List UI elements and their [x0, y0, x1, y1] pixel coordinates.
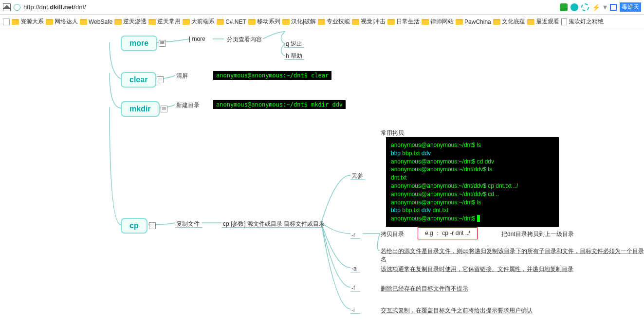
- cp-a-desc: 该选项通常在复制目录时使用，它保留链接、文件属性，并递归地复制目录: [381, 265, 573, 273]
- bookmark-menu-icon[interactable]: [3, 18, 10, 25]
- note-icon[interactable]: [149, 222, 156, 229]
- folder-icon: [456, 19, 463, 25]
- folder-icon: [422, 19, 429, 25]
- note-icon[interactable]: [157, 76, 164, 83]
- bookmark-item[interactable]: 逆天常用: [148, 18, 181, 26]
- bookmark-item[interactable]: 日常生活: [387, 18, 420, 26]
- bookmark-item[interactable]: PawChina: [456, 18, 491, 25]
- cp-r-desc: 若给出的源文件是目录文件，则cp将递归复制该目录下的所有子目录和文件，目标文件必…: [381, 247, 644, 264]
- cp-i-desc: 交互式复制，在覆盖目标文件之前将给出提示要求用户确认: [381, 307, 533, 315]
- clear-col1: 清屏: [176, 72, 188, 80]
- home-icon[interactable]: [3, 3, 11, 11]
- mindmap-canvas[interactable]: more | more 分页查看内容 q 退出 h 帮助 clear 清屏 an…: [0, 29, 644, 326]
- clear-terminal: anonymous@anonymous:~/dnt$ clear: [213, 71, 331, 80]
- folder-icon: [114, 19, 122, 25]
- more-col2: 分页查看内容: [227, 36, 262, 44]
- folder-icon: [12, 19, 19, 25]
- bookmark-item[interactable]: 网络达人: [46, 18, 78, 26]
- folder-icon: [80, 19, 87, 25]
- cp-i-flag: -i: [351, 307, 355, 313]
- cp-r-example: e.g ： cp -r dnt ../: [418, 227, 478, 239]
- note-icon[interactable]: [161, 106, 167, 112]
- folder-icon: [282, 19, 290, 25]
- bookmark-item[interactable]: 专业技能: [318, 18, 350, 26]
- bookmarks-bar: 资源大系 网络达人 WebSafe 逆天渗透 逆天常用 大前端系 C#.NET …: [0, 15, 644, 29]
- url-path: /dnt/: [74, 3, 86, 11]
- node-mkdir[interactable]: mkdir: [121, 101, 160, 117]
- note-icon[interactable]: [159, 40, 166, 47]
- mkdir-terminal: anonymous@anonymous:~/dnt$ mkdir ddv: [213, 100, 346, 109]
- folder-icon: [493, 19, 500, 25]
- globe-icon: [14, 4, 20, 11]
- shield-icon[interactable]: [560, 3, 568, 11]
- gear-icon[interactable]: [581, 3, 589, 11]
- url-host: dkill.net: [50, 3, 74, 11]
- folder-icon: [527, 19, 534, 25]
- bolt-icon[interactable]: ⚡: [592, 3, 600, 11]
- bookmark-item[interactable]: 大前端系: [183, 18, 215, 26]
- folder-icon: [217, 19, 224, 25]
- folder-icon: [46, 19, 53, 25]
- url-prefix: http://dnt.: [23, 3, 50, 11]
- cp-noarg-title: 常用拷贝: [381, 129, 404, 137]
- bookmark-item[interactable]: 汉化|破解: [282, 18, 316, 26]
- bookmark-item[interactable]: 资源大系: [12, 18, 44, 26]
- cp-a-flag: -a: [351, 265, 357, 272]
- cp-r-title: 拷贝目录: [381, 230, 404, 238]
- cp-f-desc: 删除已经存在的目标文件而不提示: [381, 285, 468, 293]
- folder-icon: [148, 19, 156, 25]
- bookmark-item[interactable]: 鬼吹灯之精绝: [561, 18, 604, 26]
- cp-f-flag: -f: [351, 285, 355, 291]
- cp-r-right: 把dnt目录拷贝到上一级目录: [501, 230, 574, 238]
- circle-icon[interactable]: [570, 3, 578, 11]
- bookmark-item[interactable]: 逆天渗透: [114, 18, 147, 26]
- folder-icon: [183, 19, 190, 25]
- node-more[interactable]: more: [121, 36, 157, 51]
- folder-icon: [352, 19, 359, 25]
- url-field[interactable]: http://dnt.dkill.net/dnt/: [23, 3, 557, 11]
- doc-icon: [561, 18, 567, 25]
- node-cp[interactable]: cp: [121, 218, 147, 234]
- bookmark-item[interactable]: 视觉|冲击: [352, 18, 386, 26]
- blue-tag[interactable]: 毒逆天: [620, 2, 641, 12]
- bookmark-item[interactable]: C#.NET: [217, 18, 246, 25]
- bookmark-item[interactable]: 最近观看: [527, 18, 559, 26]
- folder-icon: [318, 19, 325, 25]
- mkdir-col1: 新建目录: [176, 101, 200, 109]
- bookmark-item[interactable]: WebSafe: [80, 18, 112, 25]
- node-clear[interactable]: clear: [121, 72, 156, 88]
- bookmark-item[interactable]: 律师网站: [422, 18, 454, 26]
- more-col1: | more: [189, 36, 205, 42]
- folder-icon: [248, 19, 256, 25]
- address-bar: http://dnt.dkill.net/dnt/ ⚡ ▾ 毒逆天: [0, 0, 644, 15]
- folder-icon: [387, 19, 395, 25]
- terminal-box: anonymous@anonymous:~/dnt$ ls bbp bbp.tx…: [386, 137, 559, 227]
- cp-r-flag: -r: [351, 232, 355, 238]
- paw-icon[interactable]: [610, 4, 617, 11]
- bookmark-item[interactable]: 文化底蕴: [493, 18, 525, 26]
- bookmark-item[interactable]: 移动系列: [248, 18, 280, 26]
